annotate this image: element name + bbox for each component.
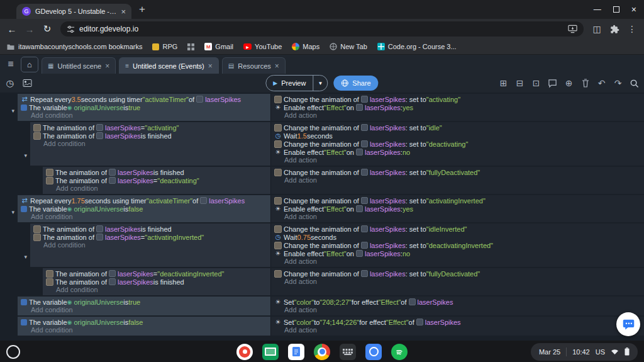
condition-row[interactable]: The animation of laserSpikes = "deactiva… bbox=[43, 269, 270, 278]
condition-row[interactable]: The variable ◉originalUniverse is true bbox=[18, 103, 270, 111]
preview-button[interactable]: ▶ Preview ▼ bbox=[265, 75, 328, 91]
window-maximize-button[interactable] bbox=[613, 6, 619, 13]
tab-close-icon[interactable]: × bbox=[121, 7, 126, 16]
action-row[interactable]: Change the animation of laserSpikes: set… bbox=[271, 168, 644, 176]
side-panel-icon[interactable]: ◫ bbox=[589, 24, 605, 34]
classroom-app-icon[interactable] bbox=[262, 344, 279, 360]
add-condition-link[interactable]: Add condition bbox=[18, 111, 270, 120]
bookmark-item[interactable]: RPG bbox=[152, 43, 177, 50]
bookmark-item[interactable]: itawambacountyschools.com bookmarks bbox=[6, 43, 142, 50]
chat-fab-button[interactable] bbox=[616, 312, 640, 336]
action-row[interactable]: ◷Wait 1.5 seconds bbox=[271, 132, 644, 140]
editor-tab-events[interactable]: ≡Untitled scene (Events)× bbox=[119, 57, 219, 74]
preview-dropdown-icon[interactable]: ▼ bbox=[313, 81, 327, 86]
add-subevent-icon[interactable]: ⊟ bbox=[515, 78, 525, 88]
actions-cell[interactable]: Change the animation of laserSpikes: set… bbox=[271, 94, 644, 121]
actions-cell[interactable]: Change the animation of laserSpikes: set… bbox=[271, 122, 644, 166]
conditions-cell[interactable]: ⇄Repeat every 3.5 seconds using timer "a… bbox=[18, 94, 271, 121]
condition-row[interactable]: The variable ◉originalUniverse is false bbox=[18, 318, 270, 326]
action-row[interactable]: Change the animation of laserSpikes: set… bbox=[271, 123, 644, 132]
install-app-icon[interactable] bbox=[568, 25, 577, 33]
bookmark-item[interactable]: ▶YouTube bbox=[243, 43, 282, 50]
condition-row[interactable]: The animation of laserSpikes = "deactiva… bbox=[43, 176, 270, 184]
condition-row[interactable]: The animation of laserSpikes = "activati… bbox=[30, 233, 270, 241]
add-action-link[interactable]: Add action bbox=[271, 213, 644, 221]
add-condition-link[interactable]: Add condition bbox=[18, 306, 270, 314]
camera-app-icon[interactable] bbox=[365, 344, 382, 360]
history-icon[interactable]: ◷ bbox=[5, 78, 14, 88]
add-action-link[interactable]: Add action bbox=[271, 176, 644, 184]
action-row[interactable]: ☀Set "color" to "208;2;27" for effect "E… bbox=[271, 298, 644, 306]
tab-close-icon[interactable]: × bbox=[208, 62, 213, 71]
action-row[interactable]: Change the animation of laserSpikes: set… bbox=[271, 241, 644, 249]
bookmark-item[interactable]: MGmail bbox=[204, 43, 233, 50]
add-event-icon[interactable]: ⊞ bbox=[499, 78, 508, 88]
add-action-link[interactable]: Add action bbox=[271, 257, 644, 266]
comment-icon[interactable] bbox=[548, 79, 557, 88]
add-condition-link[interactable]: Add condition bbox=[30, 140, 270, 148]
add-circle-icon[interactable]: ⊕ bbox=[564, 78, 574, 88]
bookmark-item[interactable]: New Tab bbox=[330, 43, 367, 50]
window-minimize-button[interactable]: — bbox=[594, 5, 601, 14]
bookmark-item[interactable]: Maps bbox=[292, 43, 319, 50]
event-block[interactable]: The variable ◉originalUniverse is trueAd… bbox=[0, 297, 644, 315]
reload-icon[interactable]: ↻ bbox=[39, 23, 55, 35]
trash-icon[interactable] bbox=[580, 79, 590, 88]
add-action-link[interactable]: Add action bbox=[271, 278, 644, 286]
event-block[interactable]: The variable ◉originalUniverse is falseA… bbox=[0, 317, 644, 336]
conditions-cell[interactable]: The variable ◉originalUniverse is trueAd… bbox=[18, 297, 271, 315]
add-condition-link[interactable]: Add condition bbox=[43, 184, 270, 193]
event-block[interactable]: The animation of laserSpikes is finished… bbox=[0, 167, 644, 194]
condition-row[interactable]: The animation of laserSpikes is finished bbox=[43, 168, 270, 176]
action-row[interactable]: ☀Enable effect "Effect" on laserSpikes: … bbox=[271, 103, 644, 111]
back-icon[interactable]: ← bbox=[4, 24, 20, 35]
browser-tab[interactable]: G GDevelop 5 - Unstable - GDevel... × bbox=[16, 4, 131, 19]
site-settings-icon[interactable] bbox=[67, 25, 75, 33]
search-icon[interactable] bbox=[630, 79, 639, 88]
condition-row[interactable]: The variable ◉originalUniverse is false bbox=[18, 205, 270, 213]
actions-cell[interactable]: ☀Set "color" to "74;144;226" for effect … bbox=[271, 317, 644, 336]
condition-row[interactable]: The animation of laserSpikes = "activati… bbox=[30, 123, 270, 132]
tab-close-icon[interactable]: × bbox=[275, 62, 279, 71]
collapse-caret-icon[interactable]: ▾ bbox=[24, 152, 27, 159]
redo-icon[interactable]: ↷ bbox=[613, 78, 623, 88]
home-button[interactable]: ⌂ bbox=[21, 57, 38, 72]
action-row[interactable]: ☀Enable effect "Effect" on laserSpikes: … bbox=[271, 148, 644, 156]
condition-row[interactable]: ⇄Repeat every 3.5 seconds using timer "a… bbox=[18, 95, 270, 103]
add-condition-link[interactable]: Add condition bbox=[43, 286, 270, 294]
action-row[interactable]: ☀Enable effect "Effect" on laserSpikes: … bbox=[271, 205, 644, 213]
actions-cell[interactable]: Change the animation of laserSpikes: set… bbox=[271, 167, 644, 194]
add-action-link[interactable]: Add action bbox=[271, 306, 644, 314]
actions-cell[interactable]: Change the animation of laserSpikes: set… bbox=[271, 223, 644, 267]
address-bar[interactable]: editor.gdevelop.io bbox=[60, 21, 584, 37]
add-condition-link[interactable]: Add condition bbox=[18, 213, 270, 221]
bookmark-item[interactable] bbox=[187, 43, 194, 50]
event-block[interactable]: ▾The animation of laserSpikes = "activat… bbox=[0, 122, 644, 166]
action-row[interactable]: Change the animation of laserSpikes: set… bbox=[271, 140, 644, 148]
add-condition-link[interactable]: Add condition bbox=[18, 326, 270, 334]
event-block[interactable]: The animation of laserSpikes = "deactiva… bbox=[0, 268, 644, 295]
conditions-cell[interactable]: ⇄Repeat every 1.75 seconds using timer "… bbox=[18, 195, 271, 222]
status-tray[interactable]: Mar 25 10:42 US bbox=[531, 343, 638, 361]
add-action-link[interactable]: Add action bbox=[271, 111, 644, 120]
screen-record-app-icon[interactable] bbox=[236, 344, 253, 360]
collapse-caret-icon[interactable]: ▾ bbox=[11, 108, 14, 114]
chrome-app-icon[interactable] bbox=[314, 344, 330, 360]
add-other-event-icon[interactable]: ⊡ bbox=[531, 78, 541, 88]
action-row[interactable]: Change the animation of laserSpikes: set… bbox=[271, 269, 644, 278]
condition-row[interactable]: ⇄Repeat every 1.75 seconds using timer "… bbox=[18, 196, 270, 205]
condition-row[interactable]: The animation of laserSpikes is finished bbox=[30, 132, 270, 140]
actions-cell[interactable]: Change the animation of laserSpikes: set… bbox=[271, 268, 644, 295]
actions-cell[interactable]: Change the animation of laserSpikes: set… bbox=[271, 195, 644, 222]
conditions-cell[interactable]: The variable ◉originalUniverse is falseA… bbox=[18, 317, 271, 336]
bookmark-item[interactable]: Code.org - Course 3... bbox=[377, 43, 457, 50]
window-close-button[interactable]: × bbox=[631, 4, 636, 14]
conditions-cell[interactable]: The animation of laserSpikes = "deactiva… bbox=[43, 268, 271, 295]
collapse-caret-icon[interactable]: ▾ bbox=[24, 254, 27, 260]
conditions-cell[interactable]: The animation of laserSpikes is finished… bbox=[30, 223, 271, 267]
keyboard-app-icon[interactable] bbox=[340, 344, 356, 360]
spotify-app-icon[interactable] bbox=[391, 344, 408, 360]
forward-icon[interactable]: → bbox=[21, 24, 38, 35]
extensions-icon[interactable] bbox=[606, 25, 623, 34]
share-button[interactable]: Share bbox=[333, 76, 378, 91]
